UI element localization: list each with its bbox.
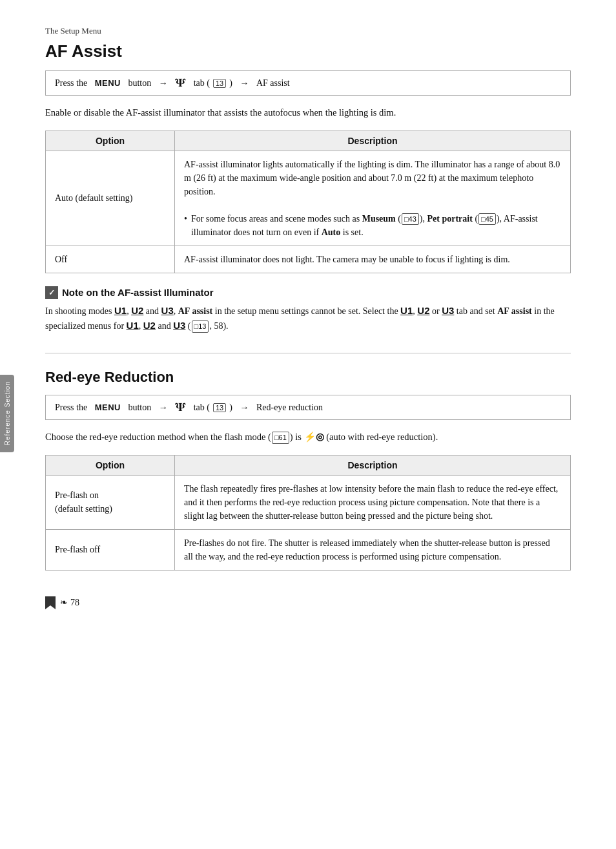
- af-assist-instruction-box: Press the MENU button → 𝚿 tab (13) → AF …: [45, 70, 571, 96]
- re-destination: Red-eye reduction: [256, 403, 323, 413]
- note-icon: ✓: [45, 286, 58, 299]
- re-option-preflash-on: Pre-flash on(default setting): [46, 475, 175, 529]
- af-assist-description: Enable or disable the AF-assist illumina…: [45, 106, 571, 120]
- af-assist-destination: AF assist: [256, 78, 290, 89]
- re-tab-word: tab (: [194, 403, 210, 413]
- re-desc-preflash-off: Pre-flashes do not fire. The shutter is …: [175, 529, 571, 570]
- red-eye-instruction-box: Press the MENU button → 𝚿 tab (13) → Red…: [45, 395, 571, 420]
- red-eye-description: Choose the red-eye reduction method when…: [45, 430, 571, 445]
- af-museum-note: For some focus areas and scene modes suc…: [191, 212, 561, 239]
- af-assist-table: Option Description Auto (default setting…: [45, 131, 571, 273]
- side-tab-label: Reference Section: [4, 381, 11, 445]
- menu-key: MENU: [95, 78, 121, 88]
- af-table-col-description: Description: [175, 131, 571, 151]
- af-option-auto: Auto (default setting): [46, 151, 175, 246]
- footer: ❧ 78: [45, 596, 79, 609]
- af-note-text: In shooting modes U1, U2 and U3, AF assi…: [45, 303, 571, 333]
- red-eye-title: Red-eye Reduction: [45, 369, 571, 386]
- red-eye-table: Option Description Pre-flash on(default …: [45, 455, 571, 571]
- re-desc-preflash-on: The flash repeatedly fires pre-flashes a…: [175, 475, 571, 529]
- re-tab-symbol: 𝚿: [175, 401, 186, 414]
- af-note-title-text: Note on the AF-assist Illuminator: [62, 287, 213, 298]
- instruction-prefix: Press the: [55, 78, 87, 89]
- re-instruction-prefix: Press the: [55, 403, 87, 413]
- bullet: •: [184, 212, 187, 225]
- re-menu-key: MENU: [95, 403, 121, 412]
- re-tab-ref: 13: [213, 403, 226, 412]
- re-button-word: button: [128, 403, 151, 413]
- setup-menu-label: The Setup Menu: [45, 26, 571, 36]
- side-tab: Reference Section: [0, 375, 14, 452]
- button-word: button: [128, 78, 151, 89]
- tab-word: tab (: [194, 78, 210, 89]
- tab-ref: 13: [213, 79, 226, 88]
- re-table-col-description: Description: [175, 455, 571, 475]
- table-row: Pre-flash off Pre-flashes do not fire. T…: [46, 529, 571, 570]
- af-note-box: ✓ Note on the AF-assist Illuminator In s…: [45, 286, 571, 333]
- af-table-col-option: Option: [46, 131, 175, 151]
- tab-symbol: 𝚿: [175, 76, 186, 90]
- footer-arrow: ❧: [60, 597, 68, 608]
- table-row: Pre-flash on(default setting) The flash …: [46, 475, 571, 529]
- arrow1: →: [159, 78, 168, 89]
- section-divider: [45, 353, 571, 353]
- bookmark-icon: [45, 596, 56, 609]
- af-option-off: Off: [46, 246, 175, 273]
- flash-ref: □61: [272, 432, 289, 444]
- re-arrow1: →: [159, 403, 168, 413]
- re-table-col-option: Option: [46, 455, 175, 475]
- page: Reference Section The Setup Menu AF Assi…: [0, 0, 616, 622]
- re-option-preflash-off: Pre-flash off: [46, 529, 175, 570]
- footer-page: 78: [70, 598, 79, 608]
- af-note-title: ✓ Note on the AF-assist Illuminator: [45, 286, 571, 299]
- re-arrow2: →: [240, 403, 249, 413]
- arrow2: →: [240, 78, 249, 89]
- table-row: Off AF-assist illuminator does not light…: [46, 246, 571, 273]
- af-desc-auto: AF-assist illuminator lights automatical…: [175, 151, 571, 246]
- af-assist-title: AF Assist: [45, 41, 571, 61]
- table-row: Auto (default setting) AF-assist illumin…: [46, 151, 571, 246]
- af-desc-off: AF-assist illuminator does not light. Th…: [175, 246, 571, 273]
